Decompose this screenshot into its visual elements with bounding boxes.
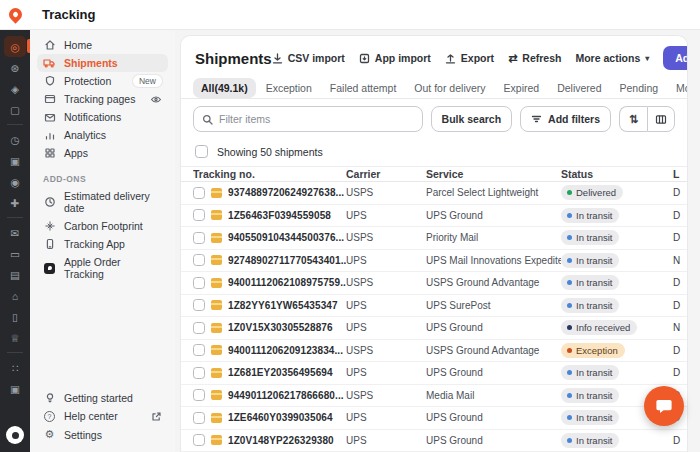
row-checkbox[interactable]: [193, 254, 205, 266]
sidebar-item-protection[interactable]: Protection New: [37, 72, 168, 90]
sidebar-item-tracking-app[interactable]: Tracking App: [37, 235, 168, 253]
tracking-number[interactable]: 1Z681EY20356495694: [228, 367, 333, 378]
add-filters-button[interactable]: Add filters: [520, 106, 611, 132]
row-checkbox[interactable]: [193, 389, 205, 401]
table-row[interactable]: 1ZE6460Y0399035064 UPS UPS Ground In tra…: [181, 407, 687, 430]
row-checkbox[interactable]: [193, 344, 205, 356]
table-row[interactable]: 9449011206217866680... USPS Media Mail I…: [181, 385, 687, 408]
refresh-button[interactable]: ⇄ Refresh: [508, 52, 561, 65]
tracking-pin-icon[interactable]: ◎: [4, 36, 26, 57]
rail-divider[interactable]: [4, 348, 26, 357]
sidebar-item-getting-started[interactable]: Getting started: [37, 389, 168, 407]
status-badge: In transit: [561, 433, 619, 448]
storefront-icon[interactable]: ⌂: [4, 285, 26, 306]
view-tab[interactable]: Exception: [258, 78, 320, 98]
add-shipment-button[interactable]: Add shipment: [663, 46, 688, 70]
sidebar-item-settings[interactable]: ⚙ Settings: [37, 425, 168, 444]
table-row[interactable]: 9405509104344500376... USPS Priority Mai…: [181, 227, 687, 250]
sidebar-item-analytics[interactable]: Analytics: [37, 126, 168, 144]
document-icon[interactable]: ▤: [4, 264, 26, 285]
tracking-number[interactable]: 1Z0V15X30305528876: [228, 322, 333, 333]
row-checkbox[interactable]: [193, 412, 205, 424]
widget-icon[interactable]: ▣: [4, 378, 26, 399]
table-row[interactable]: 1Z56463F0394559058 UPS UPS Ground In tra…: [181, 205, 687, 228]
view-tab[interactable]: Pending: [612, 78, 667, 98]
view-tab[interactable]: Failed attempt: [322, 78, 405, 98]
card-icon[interactable]: ▯: [4, 306, 26, 327]
rail-divider[interactable]: [4, 213, 26, 222]
table-row[interactable]: 9400111206209123834... USPS USPS Ground …: [181, 340, 687, 363]
sidebar-item-tracking-pages[interactable]: Tracking pages: [37, 90, 168, 108]
columns-button[interactable]: [647, 106, 675, 132]
select-all-checkbox[interactable]: [195, 145, 208, 158]
tracking-number[interactable]: 9400111206209123834...: [228, 345, 343, 356]
table-row[interactable]: 9374889720624927638... USPS Parcel Selec…: [181, 182, 687, 205]
tracking-number[interactable]: 9405509104344500376...: [228, 232, 344, 243]
filter-input[interactable]: [219, 113, 414, 125]
sidebar-item-apple-order-tracking[interactable]: Apple Order Tracking: [37, 253, 168, 283]
row-checkbox[interactable]: [193, 367, 205, 379]
tracking-number[interactable]: 9374889720624927638...: [228, 187, 344, 198]
gem-icon[interactable]: ◈: [4, 78, 26, 99]
more-actions-button[interactable]: More actions ▾: [575, 52, 649, 64]
app-import-button[interactable]: App import: [359, 52, 431, 64]
tracking-number[interactable]: 1Z56463F0394559058: [228, 210, 331, 221]
table-row[interactable]: 92748902711770543401... UPS UPS Mail Inn…: [181, 250, 687, 273]
row-checkbox[interactable]: [193, 209, 205, 221]
csv-import-button[interactable]: CSV import: [272, 52, 345, 64]
more-views-tab[interactable]: More views ▾: [668, 78, 688, 98]
row-checkbox[interactable]: [193, 277, 205, 289]
shopping-bag-icon[interactable]: ▢: [4, 99, 26, 120]
col-tracking-no[interactable]: Tracking no.: [193, 168, 346, 180]
sidebar-item-home[interactable]: Home: [37, 36, 168, 54]
view-tab[interactable]: Expired: [496, 78, 548, 98]
sidebar-item-help-center[interactable]: ? Help center: [37, 407, 168, 425]
sort-button[interactable]: ⇅: [619, 106, 647, 132]
sidebar-item-carbon-footprint[interactable]: Carbon Footprint: [37, 217, 168, 235]
view-tab[interactable]: Delivered: [549, 78, 609, 98]
sidebar-item-notifications[interactable]: Notifications: [37, 108, 168, 126]
tracking-number[interactable]: 9449011206217866680...: [228, 390, 344, 401]
table-row[interactable]: 94001112062108975759... USPS USPS Ground…: [181, 272, 687, 295]
tracking-number[interactable]: 1Z82YY61YW65435347: [228, 300, 338, 311]
row-checkbox[interactable]: [193, 187, 205, 199]
mail-icon[interactable]: ✉: [4, 222, 26, 243]
row-checkbox[interactable]: [193, 434, 205, 446]
sidebar-item-apps[interactable]: Apps: [37, 144, 168, 162]
chat-icon[interactable]: ▭: [4, 243, 26, 264]
clock-icon[interactable]: ◷: [4, 129, 26, 150]
rail-divider[interactable]: [4, 120, 26, 129]
col-last-truncated[interactable]: L: [673, 168, 687, 180]
col-carrier[interactable]: Carrier: [346, 168, 426, 180]
medal-icon[interactable]: ◉: [4, 171, 26, 192]
table-row[interactable]: 1Z0V15X30305528876 UPS UPS Ground Info r…: [181, 317, 687, 340]
row-checkbox[interactable]: [193, 322, 205, 334]
view-tab[interactable]: Out for delivery: [406, 78, 493, 98]
sidebar-item-shipments[interactable]: Shipments: [37, 54, 168, 72]
tracking-number[interactable]: 1Z0V148YP226329380: [228, 435, 334, 446]
monitor-icon[interactable]: ▣: [4, 150, 26, 171]
crown-icon[interactable]: ♕: [4, 327, 26, 348]
user-avatar[interactable]: [6, 426, 24, 444]
table-row[interactable]: 1Z0V148YP226329380 UPS UPS Ground In tra…: [181, 430, 687, 452]
col-status[interactable]: Status: [561, 168, 673, 180]
eye-icon[interactable]: [150, 94, 162, 105]
table-row[interactable]: 1Z82YY61YW65435347 UPS UPS SurePost In t…: [181, 295, 687, 318]
tracking-number[interactable]: 92748902711770543401...: [228, 255, 346, 266]
filter-search[interactable]: [193, 106, 423, 132]
row-checkbox[interactable]: [193, 299, 205, 311]
row-checkbox[interactable]: [193, 232, 205, 244]
bulk-search-button[interactable]: Bulk search: [431, 106, 513, 132]
tracking-number[interactable]: 1ZE6460Y0399035064: [228, 412, 333, 423]
col-service[interactable]: Service: [426, 168, 561, 180]
protection-star-icon[interactable]: ⊛: [4, 57, 26, 78]
export-button[interactable]: Export: [445, 52, 494, 64]
view-tab[interactable]: All(49.1k): [193, 78, 256, 98]
apps-grid-icon[interactable]: ∷: [4, 357, 26, 378]
app-logo[interactable]: [0, 0, 30, 30]
chat-launcher-button[interactable]: [644, 386, 684, 426]
table-row[interactable]: 1Z681EY20356495694 UPS UPS Ground In tra…: [181, 362, 687, 385]
sidebar-item-estimated-delivery-date[interactable]: Estimated delivery date: [37, 187, 168, 217]
compass-icon[interactable]: ✚: [4, 192, 26, 213]
tracking-number[interactable]: 94001112062108975759...: [228, 277, 346, 288]
